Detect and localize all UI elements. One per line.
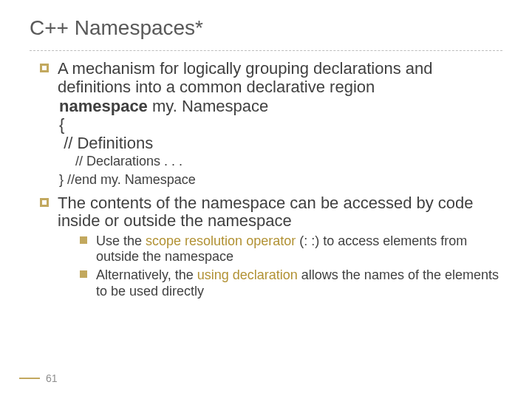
slide: C++ Namespaces* A mechanism for logicall… — [0, 0, 532, 399]
sub2-highlight: using declaration — [197, 267, 298, 282]
code-keyword: namespace — [59, 97, 148, 115]
bullet-contents-access: The contents of the namespace can be acc… — [40, 194, 502, 299]
bullet-mechanism-text: A mechanism for logically grouping decla… — [58, 59, 433, 96]
bullet-mechanism: A mechanism for logically grouping decla… — [40, 60, 502, 188]
page-number: 61 — [46, 372, 58, 384]
slide-title: C++ Namespaces* — [30, 16, 502, 40]
sub1-highlight: scope resolution operator — [146, 233, 296, 248]
code-comment-definitions: // Definitions — [64, 134, 153, 152]
sub2-a: Alternatively, the — [96, 267, 197, 282]
footer: 61 — [19, 372, 58, 384]
bullet-contents-text: The contents of the namespace can be acc… — [58, 194, 474, 231]
sub-scope-resolution: Use the scope resolution operator (: :) … — [80, 233, 502, 265]
code-comment-declarations: // Declarations . . . — [75, 154, 502, 169]
sub-list: Use the scope resolution operator (: :) … — [58, 233, 502, 299]
code-close: } //end my. Namespace — [59, 172, 502, 188]
footer-accent-bar — [19, 378, 40, 379]
code-namespace-name: my. Namespace — [148, 97, 268, 115]
title-divider — [30, 50, 502, 51]
code-open-brace: { — [59, 115, 64, 134]
body-list: A mechanism for logically grouping decla… — [30, 60, 502, 299]
sub1-a: Use the — [96, 233, 146, 248]
sub-using-declaration: Alternatively, the using declaration all… — [80, 267, 502, 299]
code-block: namespace my. Namespace { // Definitions — [59, 98, 502, 152]
